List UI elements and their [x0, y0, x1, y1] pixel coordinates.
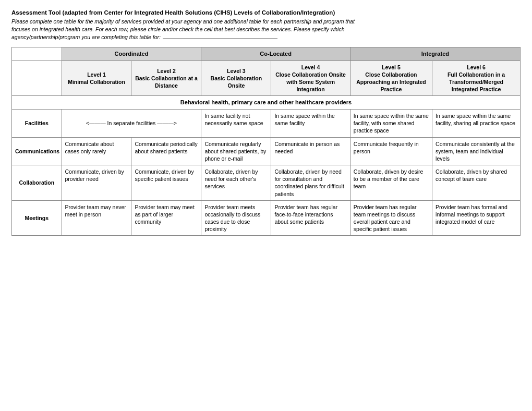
meetings-l1: Provider team may never meet in person	[62, 200, 131, 236]
communications-l5: Communicate frequently in person	[350, 137, 432, 165]
collaboration-l4: Collaborate, driven by need for consulta…	[271, 165, 350, 201]
section-header-row: Behavioral health, primary care and othe…	[12, 96, 521, 110]
meetings-row: Meetings Provider team may never meet in…	[12, 200, 521, 236]
meetings-l2: Provider team may meet as part of larger…	[131, 200, 201, 236]
meetings-l6: Provider team has formal and informal me…	[432, 200, 521, 236]
communications-label: Communications	[12, 137, 62, 165]
level-header-row: Level 1 Minimal Collaboration Level 2 Ba…	[12, 61, 521, 96]
meetings-l4: Provider team has regular face-to-face i…	[271, 200, 350, 236]
level-1-header: Level 1 Minimal Collaboration	[62, 61, 131, 96]
header-section: Assessment Tool (adapted from Center for…	[11, 9, 521, 42]
level-3-header: Level 3 Basic Collaboration Onsite	[201, 61, 271, 96]
collaboration-l5: Collaborate, driven by desire to be a me…	[350, 165, 432, 201]
level-5-header: Level 5 Close Collaboration Approaching …	[350, 61, 432, 96]
assessment-table: Coordinated Co-Located Integrated Level …	[11, 47, 521, 236]
section-header-cell: Behavioral health, primary care and othe…	[12, 96, 521, 110]
meetings-l5: Provider team has regular team meetings …	[350, 200, 432, 236]
empty-level-corner	[12, 61, 62, 96]
facilities-l6: In same space within the same facility, …	[432, 110, 521, 138]
facilities-l5: In same space within the same facility, …	[350, 110, 432, 138]
coordinated-group-header: Coordinated	[62, 47, 201, 61]
communications-l1: Communicate about cases only rarely	[62, 137, 131, 165]
collaboration-l2: Communicate, driven by specific patient …	[131, 165, 201, 201]
subtitle: Please complete one table for the majori…	[11, 18, 521, 42]
level-6-header: Level 6 Full Collaboration in a Transfor…	[432, 61, 521, 96]
meetings-l3: Provider team meets occasionally to disc…	[201, 200, 271, 236]
integrated-group-header: Integrated	[350, 47, 520, 61]
collaboration-label: Collaboration	[12, 165, 62, 201]
collaboration-l1: Communicate, driven by provider need	[62, 165, 131, 201]
communications-l6: Communicate consistently at the system, …	[432, 137, 521, 165]
main-title: Assessment Tool (adapted from Center for…	[11, 9, 521, 16]
communications-l3: Communicate regularly about shared patie…	[201, 137, 271, 165]
communications-l4: Communicate in person as needed	[271, 137, 350, 165]
facilities-l4: In same space within the same facility	[271, 110, 350, 138]
level-4-header: Level 4 Close Collaboration Onsite with …	[271, 61, 350, 96]
facilities-l3: In same facility not necessarily same sp…	[201, 110, 271, 138]
empty-corner	[12, 47, 62, 61]
collaboration-row: Collaboration Communicate, driven by pro…	[12, 165, 521, 201]
collaboration-l3: Collaborate, driven by need for each oth…	[201, 165, 271, 201]
colocated-group-header: Co-Located	[201, 47, 350, 61]
collaboration-l6: Collaborate, driven by shared concept of…	[432, 165, 521, 201]
communications-row: Communications Communicate about cases o…	[12, 137, 521, 165]
meetings-label: Meetings	[12, 200, 62, 236]
facilities-l1-l2: <——— In separate facilities ———>	[62, 110, 201, 138]
communications-l2: Communicate periodically about shared pa…	[131, 137, 201, 165]
facilities-label: Facilities	[12, 110, 62, 138]
level-2-header: Level 2 Basic Collaboration at a Distanc…	[131, 61, 201, 96]
facilities-row: Facilities <——— In separate facilities —…	[12, 110, 521, 138]
group-header-row: Coordinated Co-Located Integrated	[12, 47, 521, 61]
